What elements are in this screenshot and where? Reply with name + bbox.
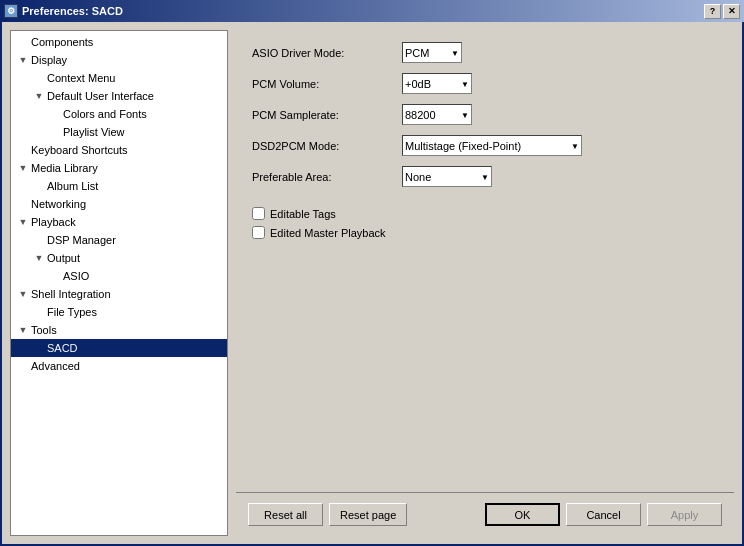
tree-item-output[interactable]: ▼ Output <box>11 249 227 267</box>
expand-icon-si: ▼ <box>15 286 31 302</box>
main-content: Components ▼ Display Context Menu ▼ Def <box>2 22 742 544</box>
tree-item-file-types[interactable]: File Types <box>11 303 227 321</box>
help-button[interactable]: ? <box>704 4 721 19</box>
pcm-volume-select[interactable]: +0dB -3dB -6dB -12dB <box>402 73 472 94</box>
no-expand-icon-adv <box>15 358 31 374</box>
expand-icon-tools: ▼ <box>15 322 31 338</box>
title-bar: ⚙ Preferences: SACD ? ✕ <box>0 0 744 22</box>
expand-icon-ml: ▼ <box>15 160 31 176</box>
preferable-area-label: Preferable Area: <box>252 171 402 183</box>
tree-item-tools[interactable]: ▼ Tools <box>11 321 227 339</box>
settings-area: ASIO Driver Mode: PCM DSD Auto PCM Volum… <box>236 30 734 492</box>
dsd2pcm-mode-row: DSD2PCM Mode: Multistage (Fixed-Point) M… <box>252 135 718 156</box>
no-expand-icon-al <box>31 178 47 194</box>
tree-label-output: Output <box>47 252 80 264</box>
expand-icon-pb: ▼ <box>15 214 31 230</box>
apply-button[interactable]: Apply <box>647 503 722 526</box>
no-expand-icon-sacd <box>31 340 47 356</box>
tree-item-playlist-view[interactable]: Playlist View <box>11 123 227 141</box>
pcm-volume-label: PCM Volume: <box>252 78 402 90</box>
ok-button[interactable]: OK <box>485 503 560 526</box>
pcm-samplerate-row: PCM Samplerate: 44100 88200 176400 <box>252 104 718 125</box>
tree-label-context-menu: Context Menu <box>47 72 115 84</box>
tree-label-playlist-view: Playlist View <box>63 126 125 138</box>
tree-item-media-library[interactable]: ▼ Media Library <box>11 159 227 177</box>
button-bar: Reset all Reset page OK Cancel Apply <box>236 492 734 536</box>
title-bar-buttons: ? ✕ <box>704 4 740 19</box>
editable-tags-row: Editable Tags <box>252 207 718 220</box>
preferable-area-row: Preferable Area: None Stereo Multi-Chann… <box>252 166 718 187</box>
tree-label-display: Display <box>31 54 67 66</box>
tree-item-context-menu[interactable]: Context Menu <box>11 69 227 87</box>
reset-page-button[interactable]: Reset page <box>329 503 407 526</box>
tree-label-sacd: SACD <box>47 342 78 354</box>
tree-item-keyboard-shortcuts[interactable]: Keyboard Shortcuts <box>11 141 227 159</box>
reset-all-button[interactable]: Reset all <box>248 503 323 526</box>
tree-label-album-list: Album List <box>47 180 98 192</box>
tree-item-advanced[interactable]: Advanced <box>11 357 227 375</box>
pcm-samplerate-select[interactable]: 44100 88200 176400 <box>402 104 472 125</box>
preferable-area-control: None Stereo Multi-Channel <box>402 166 492 187</box>
no-expand-icon-cm <box>31 70 47 86</box>
tree-label-default-ui: Default User Interface <box>47 90 154 102</box>
expand-icon-default-ui: ▼ <box>31 88 47 104</box>
tree-item-default-ui[interactable]: ▼ Default User Interface <box>11 87 227 105</box>
tree-item-dsp-manager[interactable]: DSP Manager <box>11 231 227 249</box>
edited-master-checkbox[interactable] <box>252 226 265 239</box>
tree-label-asio: ASIO <box>63 270 89 282</box>
asio-driver-mode-control: PCM DSD Auto <box>402 42 462 63</box>
tree-label-file-types: File Types <box>47 306 97 318</box>
window-title: Preferences: SACD <box>22 5 123 17</box>
no-expand-icon-cf <box>47 106 63 122</box>
tree-panel: Components ▼ Display Context Menu ▼ Def <box>10 30 228 536</box>
tree-item-asio[interactable]: ASIO <box>11 267 227 285</box>
cancel-button[interactable]: Cancel <box>566 503 641 526</box>
tree-item-playback[interactable]: ▼ Playback <box>11 213 227 231</box>
editable-tags-label[interactable]: Editable Tags <box>270 208 336 220</box>
tree-label-playback: Playback <box>31 216 76 228</box>
no-expand-icon-ks <box>15 142 31 158</box>
asio-driver-mode-select[interactable]: PCM DSD Auto <box>402 42 462 63</box>
no-expand-icon-net <box>15 196 31 212</box>
dsd2pcm-mode-label: DSD2PCM Mode: <box>252 140 402 152</box>
expand-icon-display: ▼ <box>15 52 31 68</box>
tree-item-components[interactable]: Components <box>11 33 227 51</box>
editable-tags-checkbox[interactable] <box>252 207 265 220</box>
close-button[interactable]: ✕ <box>723 4 740 19</box>
tree-label-tools: Tools <box>31 324 57 336</box>
dsd2pcm-mode-select[interactable]: Multistage (Fixed-Point) Multistage (Flo… <box>402 135 582 156</box>
title-bar-text: ⚙ Preferences: SACD <box>4 4 123 18</box>
tree-label-media-library: Media Library <box>31 162 98 174</box>
pcm-volume-control: +0dB -3dB -6dB -12dB <box>402 73 472 94</box>
expand-icon-output: ▼ <box>31 250 47 266</box>
tree-label-shell-integration: Shell Integration <box>31 288 111 300</box>
tree-item-shell-integration[interactable]: ▼ Shell Integration <box>11 285 227 303</box>
no-expand-icon-ft <box>31 304 47 320</box>
pcm-samplerate-control: 44100 88200 176400 <box>402 104 472 125</box>
tree-item-album-list[interactable]: Album List <box>11 177 227 195</box>
tree-item-networking[interactable]: Networking <box>11 195 227 213</box>
pcm-volume-row: PCM Volume: +0dB -3dB -6dB -12dB <box>252 73 718 94</box>
tree-item-sacd[interactable]: SACD <box>11 339 227 357</box>
tree-label-networking: Networking <box>31 198 86 210</box>
edited-master-label[interactable]: Edited Master Playback <box>270 227 386 239</box>
no-expand-icon-pv <box>47 124 63 140</box>
tree-label-dsp-manager: DSP Manager <box>47 234 116 246</box>
right-panel: ASIO Driver Mode: PCM DSD Auto PCM Volum… <box>236 30 734 536</box>
no-expand-icon <box>15 34 31 50</box>
tree-label-advanced: Advanced <box>31 360 80 372</box>
dsd2pcm-mode-control: Multistage (Fixed-Point) Multistage (Flo… <box>402 135 582 156</box>
tree-label-colors-fonts: Colors and Fonts <box>63 108 147 120</box>
no-expand-icon-dsp <box>31 232 47 248</box>
no-expand-icon-asio <box>47 268 63 284</box>
main-window: Components ▼ Display Context Menu ▼ Def <box>0 22 744 546</box>
tree-label-components: Components <box>31 36 93 48</box>
tree-item-display[interactable]: ▼ Display <box>11 51 227 69</box>
spacer1 <box>252 197 718 207</box>
tree-label-keyboard-shortcuts: Keyboard Shortcuts <box>31 144 128 156</box>
edited-master-row: Edited Master Playback <box>252 226 718 239</box>
app-icon: ⚙ <box>4 4 18 18</box>
tree-item-colors-fonts[interactable]: Colors and Fonts <box>11 105 227 123</box>
asio-driver-mode-label: ASIO Driver Mode: <box>252 47 402 59</box>
preferable-area-select[interactable]: None Stereo Multi-Channel <box>402 166 492 187</box>
